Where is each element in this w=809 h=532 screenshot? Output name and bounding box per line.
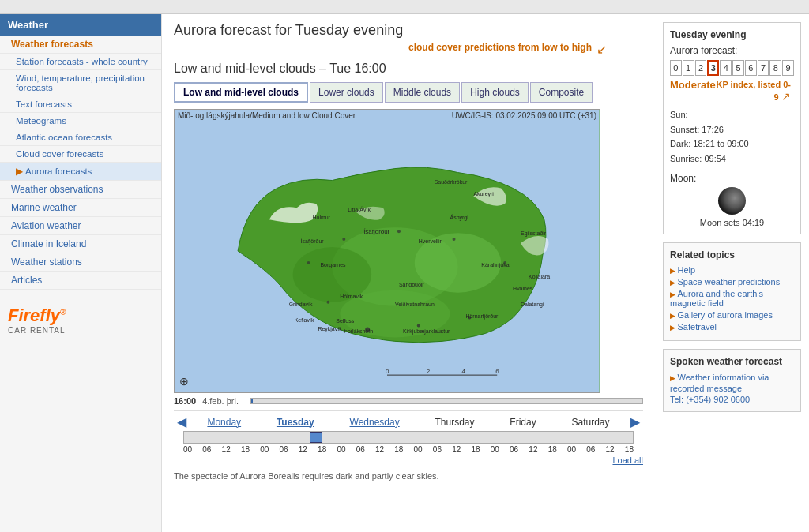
annotation-arrow-icon: ↙ xyxy=(596,42,607,57)
annotation-box: cloud cover predictions from low to high… xyxy=(174,42,643,57)
sidebar-item-weather-forecasts[interactable]: Weather forecasts xyxy=(0,36,161,54)
sidebar-item-wind-temp[interactable]: Wind, temperature, precipitation forecas… xyxy=(0,70,161,96)
svg-point-10 xyxy=(342,238,345,241)
kp-arrow-icon: ↗ xyxy=(781,90,791,103)
sidebar-item-cloud-cover[interactable]: Cloud cover forecasts xyxy=(0,146,161,163)
tab-lower[interactable]: Lower clouds xyxy=(310,82,383,103)
kp-2[interactable]: 2 xyxy=(695,60,707,76)
tab-low-mid[interactable]: Low and mid-level clouds xyxy=(174,82,308,103)
svg-text:Sauðárkrókur: Sauðárkrókur xyxy=(435,179,468,185)
sidebar-item-weather-observations[interactable]: Weather observations xyxy=(0,181,161,199)
aurora-panel: Tuesday evening Aurora forecast: 0 1 2 3… xyxy=(663,22,801,234)
sidebar-item-text-forecasts[interactable]: Text forecasts xyxy=(0,96,161,113)
svg-text:2: 2 xyxy=(427,368,431,375)
prev-day-arrow[interactable]: ◀ xyxy=(174,414,190,429)
page-title: Aurora forecast for Tuesday evening xyxy=(174,22,643,39)
kp-4[interactable]: 4 xyxy=(720,60,732,76)
kp-index-row: 0 1 2 3 4 5 6 7 8 9 xyxy=(670,60,794,76)
timeline-indicator xyxy=(251,399,253,403)
aurora-label: Aurora forecast: xyxy=(670,45,794,56)
related-space-weather[interactable]: Space weather predictions xyxy=(670,277,794,287)
day-friday: Friday xyxy=(510,417,536,428)
kp-6[interactable]: 6 xyxy=(745,60,757,76)
spoken-link[interactable]: Weather information via recorded message… xyxy=(670,373,769,404)
svg-text:Hvalnes: Hvalnes xyxy=(513,286,533,291)
svg-text:Akureyri: Akureyri xyxy=(473,191,494,197)
caption: The spectacle of Aurora Borealis require… xyxy=(174,471,643,481)
map-time: 16:00 xyxy=(174,396,196,406)
related-aurora-earth[interactable]: Aurora and the earth's magnetic field xyxy=(670,289,794,308)
slider-handle[interactable] xyxy=(310,432,322,443)
sidebar-item-atlantic-ocean[interactable]: Atlantic ocean forecasts xyxy=(0,129,161,146)
map-label-right: UWC/IG-IS: 03.02.2025 09:00 UTC (+31) xyxy=(452,111,596,120)
day-wednesday[interactable]: Wednesday xyxy=(350,417,400,428)
load-all-link[interactable]: Load all xyxy=(174,455,643,465)
panel-section-title: Tuesday evening xyxy=(670,29,794,40)
svg-point-12 xyxy=(453,238,456,241)
svg-text:4: 4 xyxy=(461,368,465,375)
tab-bar: Low and mid-level clouds Lower clouds Mi… xyxy=(174,82,643,103)
svg-text:Hólmur: Hólmur xyxy=(313,215,331,220)
hours-slider[interactable] xyxy=(183,431,634,444)
moon-image xyxy=(718,187,746,215)
svg-text:Kirkjubæjarklaustur: Kirkjubæjarklaustur xyxy=(403,328,450,335)
svg-point-9 xyxy=(307,261,310,264)
svg-text:Litla-Ávík: Litla-Ávík xyxy=(348,206,371,212)
svg-text:Hörnarfjörður: Hörnarfjörður xyxy=(465,313,499,320)
timeline-bar[interactable] xyxy=(250,398,643,404)
sidebar-item-marine-weather[interactable]: Marine weather xyxy=(0,199,161,217)
kp-1[interactable]: 1 xyxy=(683,60,694,76)
moon-sets: Moon sets 04:19 xyxy=(670,218,794,227)
hours-slider-row xyxy=(174,431,643,444)
map-move-icon[interactable]: ⊕ xyxy=(179,375,189,388)
related-safetravel[interactable]: Safetravel xyxy=(670,322,794,332)
kp-3[interactable]: 3 xyxy=(707,60,719,76)
kp-0[interactable]: 0 xyxy=(670,60,682,76)
svg-text:Ísafjörður: Ísafjörður xyxy=(301,238,325,245)
next-day-arrow[interactable]: ▶ xyxy=(627,414,643,429)
svg-text:Borgarnes: Borgarnes xyxy=(320,262,346,268)
logo-tagline: CAR RENTAL xyxy=(8,326,153,335)
related-help[interactable]: Help xyxy=(670,265,794,275)
tab-high[interactable]: High clouds xyxy=(461,82,529,103)
right-panel: Tuesday evening Aurora forecast: 0 1 2 3… xyxy=(655,14,809,532)
kp-8[interactable]: 8 xyxy=(769,60,781,76)
day-monday[interactable]: Monday xyxy=(207,417,241,428)
svg-text:Ásbyrgi: Ásbyrgi xyxy=(450,214,469,221)
kp-level: Moderate xyxy=(670,79,716,91)
sidebar-item-articles[interactable]: Articles xyxy=(0,272,161,290)
kp-9[interactable]: 9 xyxy=(782,60,794,76)
sidebar-item-station-forecasts[interactable]: Station forecasts - whole country xyxy=(0,54,161,70)
kp-7[interactable]: 7 xyxy=(758,60,769,76)
main-content: Aurora forecast for Tuesday evening clou… xyxy=(162,14,655,532)
svg-text:Hólmavík: Hólmavík xyxy=(340,294,363,299)
svg-text:0: 0 xyxy=(386,368,389,375)
svg-text:Ísafjörður: Ísafjörður xyxy=(363,228,389,235)
spoken-title: Spoken weather forecast xyxy=(670,356,794,367)
page-wrapper: Weather Weather forecasts Station foreca… xyxy=(0,0,809,532)
kp-5[interactable]: 5 xyxy=(732,60,744,76)
svg-text:Kárahnjúkar: Kárahnjúkar xyxy=(481,262,511,268)
day-tuesday[interactable]: Tuesday xyxy=(277,417,314,428)
sidebar-item-aviation-weather[interactable]: Aviation weather xyxy=(0,217,161,235)
sidebar-item-meteograms[interactable]: Meteograms xyxy=(0,113,161,129)
day-navigation: ◀ Monday Tuesday Wednesday Thursday Frid… xyxy=(174,410,643,429)
svg-point-6 xyxy=(417,324,420,327)
days-list: Monday Tuesday Wednesday Thursday Friday… xyxy=(190,417,627,428)
svg-text:Keflavík: Keflavík xyxy=(295,317,314,323)
main-layout: Weather Weather forecasts Station foreca… xyxy=(0,14,809,532)
tab-composite[interactable]: Composite xyxy=(530,82,593,103)
dark-time: Dark: 18:21 to 09:00 xyxy=(670,137,794,152)
related-aurora-gallery[interactable]: Gallery of aurora images xyxy=(670,310,794,320)
svg-text:Kollalára: Kollalára xyxy=(529,274,550,279)
logo-brand: Firefly® xyxy=(8,305,153,326)
sidebar-item-aurora-forecasts[interactable]: ▶Aurora forecasts xyxy=(0,163,161,181)
svg-point-8 xyxy=(326,301,329,304)
related-topics: Related topics Help Space weather predic… xyxy=(663,242,801,341)
svg-text:Egilsstaðir: Egilsstaðir xyxy=(521,230,547,237)
sidebar-item-weather-stations[interactable]: Weather stations xyxy=(0,253,161,272)
sidebar-item-climate-iceland[interactable]: Climate in Iceland xyxy=(0,235,161,253)
map-container: Mið- og lágskýjahula/Medium and low Clou… xyxy=(174,109,600,393)
tab-middle[interactable]: Middle clouds xyxy=(385,82,460,103)
map-controls: 16:00 4.feb. þri. xyxy=(174,396,643,406)
